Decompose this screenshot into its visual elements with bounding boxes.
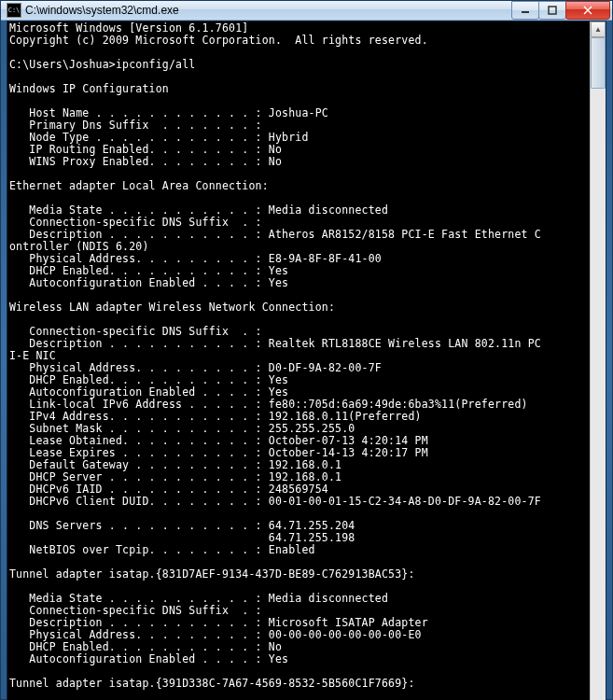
line: 64.71.255.198 [9, 531, 355, 544]
window-controls [512, 1, 610, 20]
console-output[interactable]: Microsoft Windows [Version 6.1.7601] Cop… [7, 21, 590, 700]
section-heading: Ethernet adapter Local Area Connection: [9, 179, 269, 192]
scrollbar-up-button[interactable]: ▲ [591, 21, 606, 37]
scrollbar-thumb[interactable] [591, 37, 606, 89]
line: ontroller (NDIS 6.20) [9, 240, 149, 253]
line: Default Gateway . . . . . . . . . : 192.… [9, 458, 341, 471]
line: Connection-specific DNS Suffix . : [9, 216, 262, 229]
line: DHCPv6 Client DUID. . . . . . . . : 00-0… [9, 495, 541, 508]
line: Lease Obtained. . . . . . . . . . : Octo… [9, 434, 428, 447]
section-heading: Tunnel adapter isatap.{391D338C-7A67-456… [9, 677, 415, 690]
line: IPv4 Address. . . . . . . . . . . : 192.… [9, 410, 422, 423]
line: Autoconfiguration Enabled . . . . : Yes [9, 276, 288, 289]
svg-rect-1 [549, 7, 556, 14]
line: Connection-specific DNS Suffix . : [9, 604, 262, 617]
line: DNS Servers . . . . . . . . . . . : 64.7… [9, 519, 355, 532]
close-button[interactable] [565, 1, 610, 20]
line: Description . . . . . . . . . . . : Athe… [9, 228, 541, 241]
line: Autoconfiguration Enabled . . . . : Yes [9, 385, 288, 399]
line: Physical Address. . . . . . . . . : E8-9… [9, 252, 382, 265]
line: Node Type . . . . . . . . . . . . : Hybr… [9, 131, 309, 144]
line: DHCP Enabled. . . . . . . . . . . : Yes [9, 373, 288, 386]
line: Autoconfiguration Enabled . . . . : Yes [9, 652, 288, 665]
line: Media State . . . . . . . . . . . : Medi… [9, 592, 388, 605]
line: Description . . . . . . . . . . . : Micr… [9, 616, 428, 629]
scrollbar-track[interactable] [591, 37, 606, 700]
section-heading: Tunnel adapter isatap.{831D7AEF-9134-437… [9, 567, 415, 581]
line: IP Routing Enabled. . . . . . . . : No [9, 143, 282, 156]
line: Link-local IPv6 Address . . . . . : fe80… [9, 398, 528, 411]
cmd-icon: C:\ [7, 3, 21, 18]
line: Description . . . . . . . . . . . : Real… [9, 337, 541, 350]
cmd-window: C:\ C:\windows\system32\cmd.exe Microsof… [0, 0, 613, 700]
titlebar[interactable]: C:\ C:\windows\system32\cmd.exe [1, 1, 612, 21]
line: Copyright (c) 2009 Microsoft Corporation… [9, 34, 428, 47]
line: Physical Address. . . . . . . . . : 00-0… [9, 628, 422, 641]
line: Lease Expires . . . . . . . . . . : Octo… [9, 446, 428, 459]
line: DHCP Enabled. . . . . . . . . . . : No [9, 640, 282, 653]
line: DHCPv6 IAID . . . . . . . . . . . : 2485… [9, 483, 328, 496]
section-heading: Wireless LAN adapter Wireless Network Co… [9, 301, 335, 314]
line: DHCP Enabled. . . . . . . . . . . : Yes [9, 264, 288, 277]
maximize-button[interactable] [538, 1, 566, 20]
minimize-button[interactable] [511, 1, 539, 20]
line: Host Name . . . . . . . . . . . . : Josh… [9, 106, 328, 119]
line: NetBIOS over Tcpip. . . . . . . . : Enab… [9, 543, 315, 556]
line: DHCP Server . . . . . . . . . . . : 192.… [9, 470, 341, 483]
line: Microsoft Windows [Version 6.1.7601] [9, 21, 248, 35]
line: Connection-specific DNS Suffix . : [9, 325, 262, 338]
section-heading: Windows IP Configuration [9, 82, 169, 95]
console-area: Microsoft Windows [Version 6.1.7601] Cop… [7, 21, 606, 700]
line: Primary Dns Suffix . . . . . . . : [9, 119, 262, 132]
vertical-scrollbar[interactable]: ▲ ▼ [590, 21, 606, 700]
line: WINS Proxy Enabled. . . . . . . . : No [9, 155, 282, 168]
line: Subnet Mask . . . . . . . . . . . : 255.… [9, 422, 355, 435]
line: Media State . . . . . . . . . . . : Medi… [9, 203, 388, 217]
line: Physical Address. . . . . . . . . : D0-D… [9, 361, 382, 374]
line: I-E NIC [9, 349, 56, 362]
window-title: C:\windows\system32\cmd.exe [25, 4, 512, 17]
prompt-line: C:\Users\Joshua>ipconfig/all [9, 58, 195, 71]
